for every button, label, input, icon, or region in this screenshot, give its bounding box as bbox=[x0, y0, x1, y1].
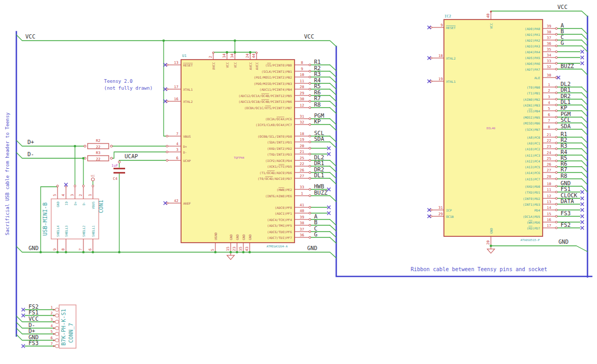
pin-number: 9 bbox=[441, 23, 443, 27]
wire bbox=[491, 246, 587, 252]
net-label[interactable]: SCL bbox=[561, 117, 571, 123]
pin-number: 32 bbox=[300, 120, 304, 124]
pin-end bbox=[555, 62, 557, 64]
no-connect-x-icon bbox=[581, 208, 584, 212]
component-ref[interactable]: CONN_7 bbox=[68, 323, 74, 343]
net-label[interactable]: KP bbox=[561, 104, 567, 111]
pin-end bbox=[309, 165, 311, 167]
pin-end bbox=[309, 118, 311, 120]
schematic-page: U1ATMEGA32U4-ATQFP4413RESET17XTAL116XTAL… bbox=[0, 0, 597, 364]
net-label[interactable]: G bbox=[561, 40, 564, 46]
pin-number: 37 bbox=[300, 227, 304, 232]
pin-name: (XCK1/CTS)PD5 bbox=[267, 165, 292, 168]
pin-number: 8 bbox=[61, 248, 65, 251]
bus-entry bbox=[582, 99, 587, 105]
pin-name: (AIN1)PB3 bbox=[523, 103, 540, 107]
bus-entry bbox=[330, 136, 336, 142]
net-label[interactable]: VCC bbox=[557, 4, 567, 10]
pin-end bbox=[309, 188, 311, 190]
net-label[interactable]: SDA bbox=[561, 123, 571, 129]
pin-number: 25 bbox=[300, 156, 304, 160]
net-label[interactable]: SDA bbox=[314, 136, 325, 142]
no-connect-x-icon bbox=[22, 308, 25, 311]
net-label[interactable]: GND bbox=[29, 245, 39, 251]
no-connect-x-icon bbox=[581, 203, 584, 206]
net-label[interactable]: R1 bbox=[314, 59, 321, 65]
pin-name: SHELL3 bbox=[64, 225, 68, 237]
net-label[interactable]: DR1 bbox=[314, 160, 324, 166]
net-label[interactable]: BUZZ bbox=[561, 63, 574, 69]
pin-number: 1 bbox=[548, 83, 550, 87]
net-label[interactable]: FS1 bbox=[29, 309, 39, 315]
net-label[interactable]: DATA bbox=[561, 198, 574, 204]
net-label[interactable]: FS3 bbox=[29, 340, 39, 346]
pin-name: (WR)PD6 bbox=[527, 221, 541, 224]
net-label[interactable]: FS1 bbox=[561, 186, 571, 192]
wire bbox=[491, 11, 587, 16]
pin-name: (ADC11/PCINT4)PB4 bbox=[260, 88, 292, 91]
net-label[interactable]: FS3 bbox=[561, 210, 571, 216]
pin-name: (ADC4/TCK)PF4 bbox=[267, 218, 292, 222]
pin-end bbox=[74, 185, 76, 187]
net-label[interactable]: D- bbox=[27, 151, 34, 157]
pin-name: (T1/OC4D/ADC9)PD6 bbox=[260, 171, 292, 175]
bus-entry bbox=[330, 89, 336, 95]
component-ref[interactable]: IC2 bbox=[444, 14, 451, 18]
pin-end bbox=[309, 88, 311, 90]
net-label[interactable]: R3 bbox=[561, 142, 567, 149]
pin-end bbox=[53, 309, 55, 311]
pin-name: (INT6/AIN0)PE6 bbox=[265, 194, 292, 198]
net-label[interactable]: GND bbox=[307, 245, 317, 251]
net-label[interactable]: HWB bbox=[314, 183, 324, 189]
pin-number: 21 bbox=[547, 133, 551, 137]
net-label[interactable]: R8 bbox=[561, 173, 567, 179]
net-label[interactable]: FS2 bbox=[561, 222, 571, 228]
bus-entry bbox=[582, 186, 587, 192]
pin-name: GND bbox=[242, 234, 245, 240]
net-label[interactable]: VCC bbox=[25, 33, 35, 40]
pin-name: (RXD/INT2)PD2 bbox=[267, 147, 292, 150]
net-label[interactable]: BUZZ bbox=[314, 189, 327, 196]
net-label[interactable]: VCC bbox=[29, 315, 39, 322]
pin-name: (T0/OC4D/ADC10)PD7 bbox=[258, 177, 292, 180]
net-label[interactable]: R8 bbox=[314, 101, 321, 108]
net-label[interactable]: DR1 bbox=[561, 87, 571, 93]
pin-name: (AD1)PA1 bbox=[525, 33, 540, 36]
pin-number: 11 bbox=[300, 79, 304, 83]
pin-end bbox=[309, 159, 311, 161]
bus-entry bbox=[582, 123, 587, 129]
no-connect-x-icon bbox=[581, 221, 584, 224]
net-label[interactable]: R3 bbox=[314, 71, 321, 77]
bus-entry bbox=[330, 71, 336, 77]
net-label[interactable]: UCAP bbox=[125, 153, 138, 159]
pin-end bbox=[309, 218, 311, 221]
pin-name: (ICP2/ADC8)PD4 bbox=[265, 159, 292, 162]
net-label[interactable]: KP bbox=[314, 118, 321, 124]
pin-name: (MOSI)PB5 bbox=[523, 116, 540, 119]
net-label[interactable]: DL1 bbox=[314, 172, 324, 178]
wire bbox=[111, 152, 168, 158]
pin-number: 16 bbox=[174, 97, 178, 101]
net-label[interactable]: G bbox=[314, 231, 317, 237]
pin-name: (SCLK/PCINT1)PB1 bbox=[261, 70, 292, 73]
net-label[interactable]: R5 bbox=[314, 83, 321, 89]
no-connect-x-icon bbox=[581, 50, 584, 53]
pin-name: (HWB)PE2 bbox=[277, 188, 292, 191]
no-connect-x-icon bbox=[581, 215, 584, 218]
net-label[interactable]: VCC bbox=[304, 33, 314, 40]
pin-name: (A9)PC1 bbox=[527, 141, 541, 145]
net-label[interactable]: R7 bbox=[561, 166, 567, 173]
pin-name: ID bbox=[64, 202, 68, 206]
net-label[interactable]: D+ bbox=[29, 328, 35, 334]
component-ref[interactable]: CON1 bbox=[98, 200, 104, 213]
pin-number: 7 bbox=[548, 119, 550, 123]
net-label[interactable]: R7 bbox=[314, 95, 321, 101]
pin-name: (TXD/INT3)PD3 bbox=[267, 152, 292, 156]
pin-number: 17 bbox=[174, 85, 178, 89]
net-label[interactable]: B bbox=[314, 219, 317, 225]
net-label[interactable]: GND bbox=[558, 238, 568, 245]
pin-end bbox=[555, 142, 557, 144]
net-label[interactable]: D+ bbox=[27, 139, 34, 145]
component-ref[interactable]: U1 bbox=[182, 54, 186, 58]
pin-end bbox=[309, 107, 311, 109]
